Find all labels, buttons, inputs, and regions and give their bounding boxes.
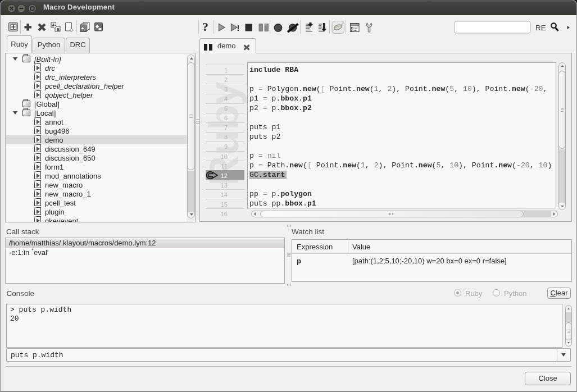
svg-text:RE: RE — [535, 24, 546, 32]
svg-text:!: ! — [237, 23, 240, 33]
svg-text:?: ? — [202, 20, 208, 34]
svg-text:B: B — [57, 28, 60, 31]
